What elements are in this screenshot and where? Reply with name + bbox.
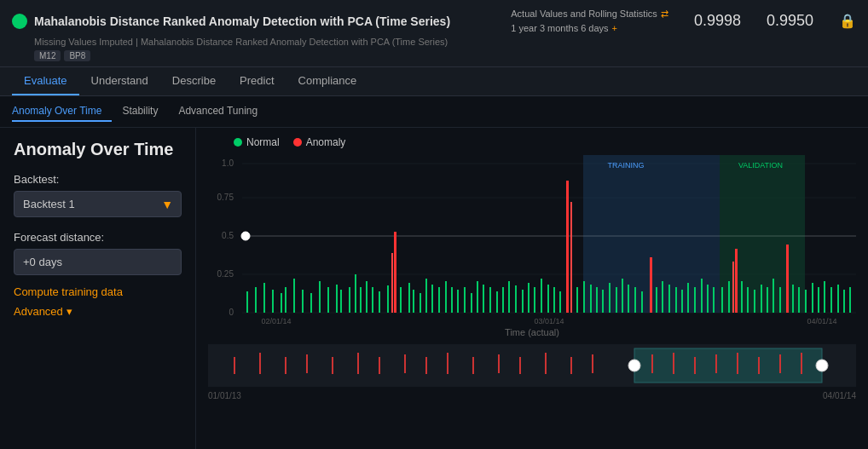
svg-rect-38 bbox=[391, 253, 393, 313]
svg-rect-53 bbox=[489, 287, 491, 313]
svg-rect-59 bbox=[528, 283, 529, 313]
rolling-stats-duration: 1 year 3 months 6 days bbox=[511, 21, 608, 36]
legend-normal: Normal bbox=[234, 136, 280, 148]
add-icon[interactable]: + bbox=[612, 21, 617, 36]
svg-rect-132 bbox=[651, 354, 653, 373]
svg-rect-135 bbox=[715, 354, 717, 373]
header: Mahalanobis Distance Ranked Anomaly Dete… bbox=[0, 0, 868, 67]
svg-rect-24 bbox=[302, 290, 304, 313]
svg-rect-117 bbox=[285, 357, 286, 374]
nav-predict[interactable]: Predict bbox=[228, 67, 286, 95]
svg-rect-43 bbox=[425, 279, 427, 313]
tag-bp8: BP8 bbox=[64, 50, 90, 61]
svg-rect-89 bbox=[721, 287, 723, 313]
nav-compliance[interactable]: Compliance bbox=[286, 67, 369, 95]
svg-rect-66 bbox=[570, 202, 572, 313]
svg-rect-45 bbox=[438, 287, 440, 313]
header-subtitle: Missing Values Imputed | Mahalanobis Dis… bbox=[34, 37, 856, 47]
svg-rect-50 bbox=[471, 293, 472, 313]
nav-understand[interactable]: Understand bbox=[79, 67, 160, 95]
svg-rect-85 bbox=[694, 287, 696, 313]
svg-text:03/01/14: 03/01/14 bbox=[534, 317, 564, 325]
compute-training-link[interactable]: Compute training data bbox=[14, 285, 182, 298]
svg-rect-72 bbox=[609, 283, 610, 313]
svg-rect-60 bbox=[534, 287, 535, 313]
svg-rect-27 bbox=[327, 287, 329, 313]
main-chart-area: 1.0 0.75 0.5 0.25 0 TRAINING VALIDATION bbox=[208, 155, 856, 325]
svg-rect-115 bbox=[234, 357, 235, 374]
svg-rect-119 bbox=[332, 357, 333, 374]
subnav-anomaly-over-time[interactable]: Anomaly Over Time bbox=[12, 101, 112, 122]
svg-rect-109 bbox=[843, 290, 845, 313]
subnav-stability[interactable]: Stability bbox=[112, 101, 168, 122]
nav-describe[interactable]: Describe bbox=[160, 67, 228, 95]
svg-rect-88 bbox=[713, 287, 715, 313]
svg-text:0.25: 0.25 bbox=[217, 269, 234, 279]
chart-axis-label: Time (actual) bbox=[208, 327, 856, 337]
svg-rect-125 bbox=[472, 357, 474, 374]
svg-rect-34 bbox=[372, 287, 373, 313]
svg-rect-99 bbox=[779, 287, 781, 313]
svg-rect-46 bbox=[445, 281, 447, 313]
svg-rect-102 bbox=[798, 287, 800, 313]
svg-rect-128 bbox=[545, 353, 547, 374]
svg-rect-65 bbox=[566, 181, 569, 313]
svg-rect-25 bbox=[310, 293, 312, 313]
advanced-link[interactable]: Advanced ▾ bbox=[14, 305, 182, 318]
svg-rect-19 bbox=[263, 283, 265, 313]
mini-chart-area[interactable]: 01/01/13 04/01/14 bbox=[208, 344, 856, 387]
svg-rect-86 bbox=[701, 279, 703, 313]
svg-rect-69 bbox=[590, 285, 592, 313]
backtest-select[interactable]: Backtest 1 bbox=[14, 191, 182, 217]
mini-axis: 01/01/13 04/01/14 bbox=[208, 391, 856, 400]
svg-rect-49 bbox=[464, 287, 466, 313]
svg-rect-108 bbox=[837, 285, 839, 313]
svg-rect-101 bbox=[792, 285, 794, 313]
rolling-stats-icon: ⇄ bbox=[661, 7, 668, 21]
svg-rect-110 bbox=[849, 287, 851, 313]
svg-rect-44 bbox=[431, 285, 433, 313]
svg-rect-42 bbox=[420, 293, 421, 313]
main-chart-svg: 1.0 0.75 0.5 0.25 0 TRAINING VALIDATION bbox=[208, 155, 856, 325]
svg-rect-20 bbox=[272, 290, 274, 313]
rolling-stats: Actual Values and Rolling Statistics ⇄ 1… bbox=[511, 7, 668, 35]
svg-rect-84 bbox=[687, 283, 689, 313]
svg-rect-63 bbox=[553, 287, 555, 313]
svg-rect-26 bbox=[319, 281, 321, 313]
svg-rect-123 bbox=[425, 357, 427, 374]
svg-rect-137 bbox=[758, 357, 760, 374]
svg-rect-81 bbox=[668, 285, 670, 313]
svg-rect-61 bbox=[541, 279, 542, 313]
forecast-input[interactable] bbox=[14, 249, 182, 275]
svg-rect-64 bbox=[559, 291, 561, 313]
tag-list: M12 BP8 bbox=[34, 50, 856, 61]
svg-text:VALIDATION: VALIDATION bbox=[738, 161, 783, 170]
left-panel: Anomaly Over Time Backtest: Backtest 1 ▼… bbox=[0, 128, 196, 449]
svg-rect-83 bbox=[681, 290, 683, 313]
svg-rect-93 bbox=[741, 281, 743, 313]
svg-rect-79 bbox=[656, 287, 657, 313]
nav-evaluate[interactable]: Evaluate bbox=[12, 67, 79, 95]
svg-rect-37 bbox=[394, 232, 396, 313]
nav-bar: Evaluate Understand Describe Predict Com… bbox=[0, 67, 868, 96]
right-panel: Normal Anomaly 1.0 0.75 0.5 bbox=[196, 128, 868, 449]
svg-rect-105 bbox=[818, 287, 819, 313]
svg-rect-74 bbox=[622, 279, 623, 313]
svg-rect-70 bbox=[596, 287, 598, 313]
svg-rect-56 bbox=[508, 281, 510, 313]
svg-rect-118 bbox=[306, 354, 308, 373]
svg-rect-77 bbox=[641, 291, 643, 313]
svg-rect-121 bbox=[379, 357, 380, 374]
svg-rect-17 bbox=[246, 291, 248, 313]
svg-rect-31 bbox=[355, 274, 356, 313]
svg-text:0.5: 0.5 bbox=[222, 231, 234, 240]
svg-rect-104 bbox=[812, 283, 813, 313]
subnav-advanced-tuning[interactable]: Advanced Tuning bbox=[168, 101, 268, 122]
svg-text:04/01/14: 04/01/14 bbox=[807, 317, 836, 325]
stat1-value: 0.9998 bbox=[694, 12, 741, 30]
svg-rect-28 bbox=[336, 285, 338, 313]
svg-rect-39 bbox=[400, 287, 402, 313]
svg-rect-35 bbox=[379, 291, 380, 313]
svg-rect-75 bbox=[628, 285, 629, 313]
rolling-stats-label: Actual Values and Rolling Statistics bbox=[511, 7, 657, 21]
